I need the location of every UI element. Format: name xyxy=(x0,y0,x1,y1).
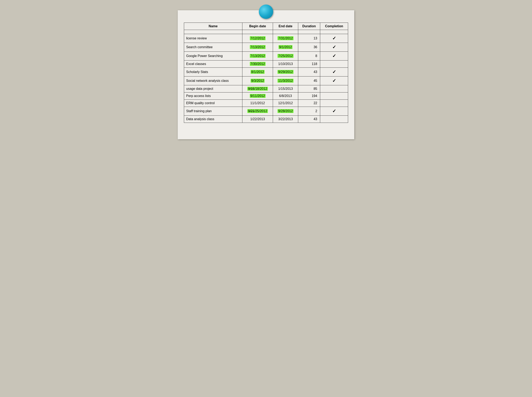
row-begin-date: 8/1/2012 xyxy=(242,68,273,76)
row-name: license review xyxy=(184,34,242,43)
table-row: ERM quality control11/1/201212/1/201222 xyxy=(184,100,348,107)
row-begin-date: 7/13/2012 xyxy=(242,52,273,61)
row-duration: 8 xyxy=(298,52,320,61)
row-begin-date: 7/13/2012 xyxy=(242,43,273,52)
row-begin-date: 7/12/2012 xyxy=(242,34,273,43)
row-completion xyxy=(320,116,348,123)
row-duration: 118 xyxy=(298,61,320,68)
row-end-date: 9/28/2012 xyxy=(273,107,298,116)
row-begin-date: 7/30/2012 xyxy=(242,61,273,68)
table-row: Google Power Searching7/13/20127/25/2012… xyxy=(184,52,348,61)
row-duration: 85 xyxy=(298,85,320,93)
row-completion xyxy=(320,100,348,107)
row-end-date: 1/10/2013 xyxy=(273,61,298,68)
row-end-date: 7/31/2012 xyxy=(273,34,298,43)
row-name: Data analysis class xyxy=(184,116,242,123)
row-end-date: 9/1/2012 xyxy=(273,43,298,52)
row-duration: 194 xyxy=(298,93,320,100)
table-row: Data analysis class1/22/20133/22/201343 xyxy=(184,116,348,123)
pushpin xyxy=(259,5,273,19)
row-end-date: 12/1/2012 xyxy=(273,100,298,107)
row-duration: 43 xyxy=(298,68,320,76)
header-begin-date: Begin date xyxy=(242,23,273,30)
row-name: usage data project xyxy=(184,85,242,93)
row-duration: 43 xyxy=(298,116,320,123)
header-row: Name Begin date End date Duration Comple… xyxy=(184,23,348,30)
row-begin-date: 1/22/2013 xyxy=(242,116,273,123)
row-name: Google Power Searching xyxy=(184,52,242,61)
row-begin-date: 9/11/2012 xyxy=(242,93,273,100)
table-row: Scholarly Stats8/1/20129/29/201243✓ xyxy=(184,68,348,76)
row-completion: ✓ xyxy=(320,52,348,61)
row-begin-date: 11/1/2012 xyxy=(242,100,273,107)
row-completion: ✓ xyxy=(320,34,348,43)
table-row: Search committee7/13/20129/1/201236✓ xyxy=(184,43,348,52)
row-name: Excel classes xyxy=(184,61,242,68)
row-end-date: 9/29/2012 xyxy=(273,68,298,76)
row-completion xyxy=(320,61,348,68)
row-end-date: 6/8/2013 xyxy=(273,93,298,100)
row-completion: ✓ xyxy=(320,68,348,76)
row-name: Search committee xyxy=(184,43,242,52)
header-completion: Completion xyxy=(320,23,348,30)
row-end-date: 3/22/2013 xyxy=(273,116,298,123)
table-row: Perp access lists9/11/20126/8/2013194 xyxy=(184,93,348,100)
row-duration: 22 xyxy=(298,100,320,107)
row-name: Social network analysis class xyxy=(184,76,242,85)
empty-header-row xyxy=(184,30,348,34)
row-name: Staff training plan xyxy=(184,107,242,116)
table-row: Social network analysis class9/3/201211/… xyxy=(184,76,348,85)
row-completion: ✓ xyxy=(320,43,348,52)
row-begin-date: 9/15/18/2012 xyxy=(242,85,273,93)
data-table: Name Begin date End date Duration Comple… xyxy=(184,23,348,123)
row-begin-date: 9/21/25/2012 xyxy=(242,107,273,116)
table-row: Staff training plan9/21/25/20129/28/2012… xyxy=(184,107,348,116)
row-duration: 13 xyxy=(298,34,320,43)
header-duration: Duration xyxy=(298,23,320,30)
row-completion xyxy=(320,85,348,93)
header-name: Name xyxy=(184,23,242,30)
table-row: license review7/12/20127/31/201213✓ xyxy=(184,34,348,43)
row-duration: 36 xyxy=(298,43,320,52)
paper-document: Name Begin date End date Duration Comple… xyxy=(178,10,354,139)
table-row: usage data project9/15/18/20121/15/20138… xyxy=(184,85,348,93)
row-name: Scholarly Stats xyxy=(184,68,242,76)
row-duration: 2 xyxy=(298,107,320,116)
row-name: ERM quality control xyxy=(184,100,242,107)
row-completion xyxy=(320,93,348,100)
header-end-date: End date xyxy=(273,23,298,30)
row-completion: ✓ xyxy=(320,107,348,116)
row-begin-date: 9/3/2012 xyxy=(242,76,273,85)
row-end-date: 1/15/2013 xyxy=(273,85,298,93)
table-row: Excel classes7/30/20121/10/2013118 xyxy=(184,61,348,68)
row-name: Perp access lists xyxy=(184,93,242,100)
row-completion: ✓ xyxy=(320,76,348,85)
row-end-date: 11/3/2012 xyxy=(273,76,298,85)
row-end-date: 7/25/2012 xyxy=(273,52,298,61)
row-duration: 45 xyxy=(298,76,320,85)
